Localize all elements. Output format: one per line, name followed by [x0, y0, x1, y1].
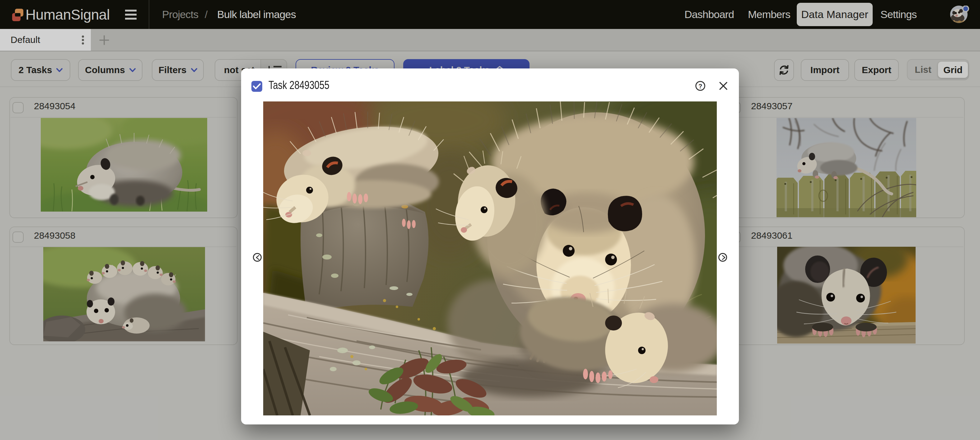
svg-text:?: ?: [698, 83, 702, 89]
